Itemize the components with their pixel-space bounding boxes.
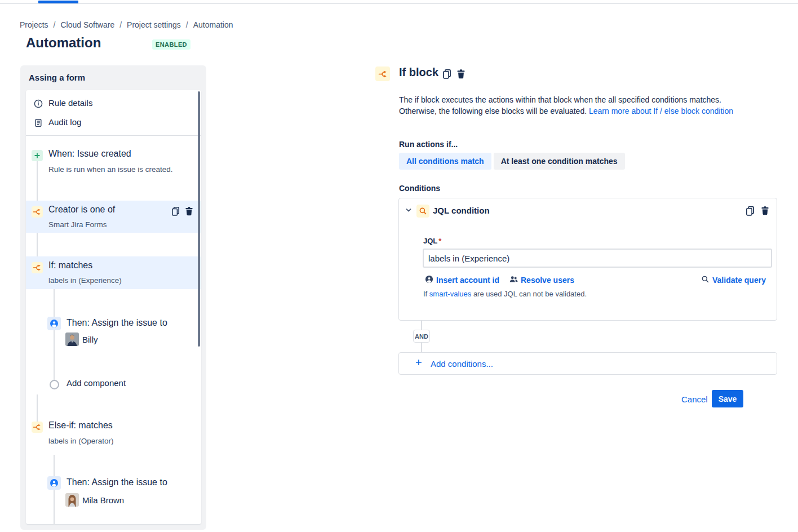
page-title: Automation bbox=[26, 35, 101, 51]
sidebar-item-label: Audit log bbox=[48, 117, 81, 127]
assignee-name: Mila Brown bbox=[82, 495, 124, 505]
avatar bbox=[65, 333, 79, 346]
any-condition-matches-button[interactable]: At least one condition matches bbox=[494, 153, 625, 170]
automation-page: Projects / Cloud Software / Project sett… bbox=[0, 0, 798, 532]
active-tab-indicator[interactable] bbox=[38, 1, 78, 3]
jql-field-label: JQL* bbox=[423, 237, 441, 245]
account-icon bbox=[425, 275, 433, 285]
rule-name-heading: Assing a form bbox=[29, 73, 85, 82]
trash-icon[interactable] bbox=[184, 206, 194, 216]
block-title: If block bbox=[399, 66, 438, 79]
breadcrumb-projects[interactable]: Projects bbox=[20, 20, 48, 29]
plus-icon bbox=[415, 358, 423, 369]
resolve-users-label: Resolve users bbox=[521, 276, 574, 285]
tree-item-title: Then: Assign the issue to bbox=[66, 318, 167, 328]
condition-title: JQL condition bbox=[433, 206, 490, 215]
tree-connector bbox=[54, 289, 55, 383]
save-button[interactable]: Save bbox=[712, 390, 743, 407]
copy-icon[interactable] bbox=[171, 206, 180, 216]
branch-icon bbox=[32, 422, 43, 433]
sidebar-divider bbox=[26, 135, 201, 136]
breadcrumb-separator: / bbox=[54, 20, 56, 29]
tree-item-title: Creator is one of bbox=[48, 205, 115, 215]
learn-more-link[interactable]: Learn more about If / else block conditi… bbox=[589, 107, 733, 116]
smart-values-link[interactable]: smart-values bbox=[429, 290, 471, 298]
sidebar-item-label: Rule details bbox=[48, 98, 92, 108]
insert-account-id-link[interactable]: Insert account id bbox=[425, 275, 499, 285]
validate-query-link[interactable]: Validate query bbox=[701, 275, 766, 285]
required-marker: * bbox=[438, 237, 441, 245]
sidebar-scrollbar[interactable] bbox=[198, 91, 200, 347]
person-circle-icon bbox=[47, 317, 61, 330]
tree-item-subtitle: Rule is run when an issue is created. bbox=[48, 165, 173, 174]
assignee-name: Billy bbox=[82, 335, 98, 344]
tree-item-subtitle: labels in (Operator) bbox=[48, 437, 114, 445]
plus-icon bbox=[32, 150, 43, 161]
sidebar-item-rule-details[interactable]: Rule details bbox=[26, 95, 201, 113]
add-conditions-label: Add conditions... bbox=[431, 359, 493, 369]
jql-input[interactable] bbox=[423, 249, 772, 268]
users-icon bbox=[509, 275, 518, 285]
tree-item-if-condition[interactable]: If: matches labels in (Experience) bbox=[26, 256, 201, 289]
top-tab-bar bbox=[0, 0, 798, 4]
branch-icon bbox=[32, 262, 43, 273]
breadcrumb-automation[interactable]: Automation bbox=[193, 20, 233, 29]
and-connector-chip: AND bbox=[413, 330, 430, 343]
trash-icon[interactable] bbox=[760, 206, 770, 215]
branch-icon bbox=[375, 66, 390, 81]
branch-icon bbox=[32, 206, 43, 218]
smart-values-note: If smart-values are used JQL can not be … bbox=[423, 290, 587, 298]
person-circle-icon bbox=[47, 476, 61, 490]
block-description: The if block executes the actions within… bbox=[399, 94, 748, 117]
validate-query-label: Validate query bbox=[712, 276, 766, 285]
trash-icon[interactable] bbox=[456, 69, 466, 79]
and-connector-line bbox=[421, 321, 422, 330]
tree-item-creator-condition[interactable]: Creator is one of Smart Jira Forms bbox=[26, 201, 201, 233]
rule-components-card: Rule details Audit log When: Issue creat… bbox=[26, 90, 201, 524]
resolve-users-link[interactable]: Resolve users bbox=[509, 275, 574, 285]
tree-item-title: If: matches bbox=[48, 260, 92, 271]
add-component-label: Add component bbox=[66, 378, 126, 388]
note-suffix: are used JQL can not be validated. bbox=[471, 290, 587, 298]
breadcrumb-cloud-software[interactable]: Cloud Software bbox=[60, 20, 114, 29]
tree-item-title: Else-if: matches bbox=[48, 420, 113, 431]
breadcrumb-project-settings[interactable]: Project settings bbox=[127, 20, 181, 29]
run-actions-label: Run actions if... bbox=[399, 140, 458, 149]
info-icon bbox=[34, 99, 43, 110]
tree-item-title: When: Issue created bbox=[48, 149, 131, 159]
tree-item-subtitle: Smart Jira Forms bbox=[48, 220, 107, 229]
jql-condition-card: JQL condition JQL* Insert account id Res… bbox=[398, 198, 777, 321]
match-mode-toggle: All conditions match At least one condit… bbox=[399, 153, 625, 170]
breadcrumb-separator: / bbox=[119, 20, 122, 29]
add-component-circle-icon[interactable] bbox=[50, 380, 59, 389]
copy-icon[interactable] bbox=[442, 69, 452, 79]
and-connector-line bbox=[421, 343, 422, 352]
copy-icon[interactable] bbox=[745, 206, 755, 216]
search-icon bbox=[416, 205, 429, 218]
breadcrumb-separator: / bbox=[186, 20, 188, 29]
cancel-button[interactable]: Cancel bbox=[678, 394, 711, 405]
chevron-down-icon[interactable] bbox=[405, 207, 412, 214]
avatar bbox=[65, 493, 79, 507]
tree-item-title: Then: Assign the issue to bbox=[66, 477, 167, 487]
audit-log-icon bbox=[34, 118, 43, 130]
breadcrumb: Projects / Cloud Software / Project sett… bbox=[20, 20, 233, 29]
all-conditions-match-button[interactable]: All conditions match bbox=[399, 153, 491, 170]
note-prefix: If bbox=[423, 290, 429, 298]
jql-label-text: JQL bbox=[423, 237, 437, 245]
add-conditions-button[interactable]: Add conditions... bbox=[398, 352, 777, 375]
conditions-label: Conditions bbox=[399, 184, 440, 193]
tree-item-subtitle: labels in (Experience) bbox=[48, 276, 122, 285]
rule-sidebar: Assing a form Rule details Audit log bbox=[20, 65, 206, 530]
sidebar-item-audit-log[interactable]: Audit log bbox=[26, 114, 201, 132]
status-badge: ENABLED bbox=[152, 39, 190, 50]
insert-account-id-label: Insert account id bbox=[436, 276, 499, 285]
search-icon bbox=[701, 275, 710, 285]
